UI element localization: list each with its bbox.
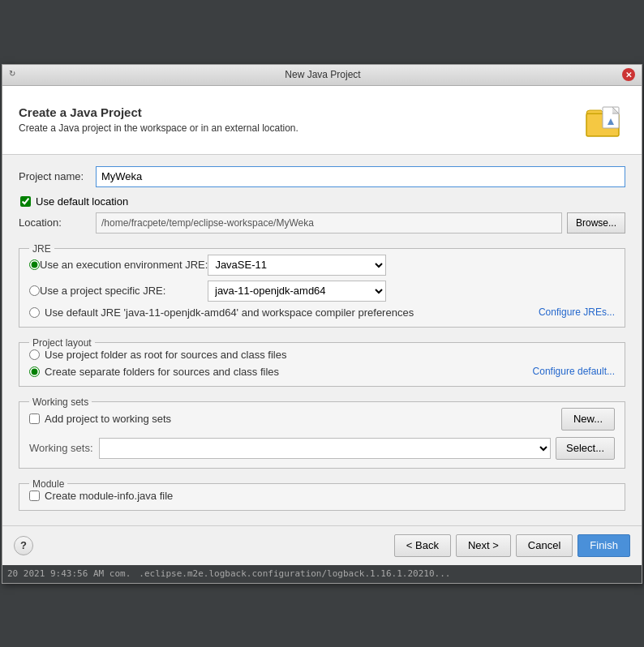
jre-option1-radio[interactable] [29, 259, 40, 270]
next-button[interactable]: Next > [456, 534, 511, 557]
dialog-body: Project name: Use default location Locat… [2, 155, 642, 525]
project-layout-section: Project layout Use project folder as roo… [19, 337, 625, 387]
jre-option1-dropdown[interactable]: JavaSE-11 [208, 255, 386, 276]
title-bar-title: New Java Project [24, 69, 622, 80]
jre-option2-dropdown[interactable]: java-11-openjdk-amd64 [208, 281, 386, 302]
jre-option3-radio[interactable] [29, 307, 40, 318]
working-sets-section: Working sets Add project to working sets… [19, 396, 625, 469]
jre-option1-row: Use an execution environment JRE: JavaSE… [29, 255, 615, 276]
project-layout-legend: Project layout [29, 337, 95, 349]
dialog-footer: ? < Back Next > Cancel Finish [2, 525, 642, 565]
add-to-working-sets-label: Add project to working sets [45, 413, 171, 425]
working-sets-legend: Working sets [29, 396, 92, 408]
status-text: 20 2021 9:43:56 AM com. [7, 568, 131, 579]
module-legend: Module [29, 478, 67, 490]
jre-option3-row: Use default JRE 'java-11-openjdk-amd64' … [29, 306, 615, 319]
jre-option2-radio[interactable] [29, 285, 40, 296]
configure-default-link[interactable]: Configure default... [533, 366, 615, 377]
use-default-location-checkbox[interactable] [20, 196, 31, 207]
location-row: Location: Browse... [19, 212, 625, 234]
working-sets-checkbox-row: Add project to working sets New... [29, 408, 615, 431]
project-name-row: Project name: [19, 166, 625, 187]
jre-section: JRE Use an execution environment JRE: Ja… [19, 243, 625, 328]
help-button[interactable]: ? [14, 536, 33, 555]
use-default-location-label: Use default location [36, 195, 128, 208]
dialog-subtitle: Create a Java project in the workspace o… [19, 122, 298, 134]
back-button[interactable]: < Back [394, 534, 451, 557]
project-icon [583, 99, 625, 141]
dialog-header: Create a Java Project Create a Java proj… [2, 86, 642, 155]
browse-button[interactable]: Browse... [567, 212, 625, 234]
dialog-title: Create a Java Project [19, 105, 298, 119]
svg-rect-1 [603, 107, 619, 128]
jre-option2-label: Use a project specific JRE: [40, 285, 165, 297]
project-name-label: Project name: [19, 170, 96, 182]
working-sets-input-row: Working sets: Select... [29, 437, 615, 460]
jre-option1-label: Use an execution environment JRE: [40, 259, 208, 271]
status-log-text: .eclipse.m2e.logback.configuration/logba… [139, 568, 450, 579]
dialog: ↻ New Java Project ✕ Create a Java Proje… [2, 64, 642, 584]
refresh-icon: ↻ [9, 69, 20, 80]
layout-option2-label: Create separate folders for sources and … [45, 366, 279, 378]
close-button[interactable]: ✕ [622, 68, 635, 81]
layout-option1-label: Use project folder as root for sources a… [45, 349, 286, 361]
add-to-working-sets-checkbox[interactable] [29, 413, 40, 424]
cancel-button[interactable]: Cancel [516, 534, 573, 557]
working-sets-dropdown[interactable] [99, 438, 551, 459]
select-working-set-button[interactable]: Select... [556, 437, 615, 460]
create-module-info-label: Create module-info.java file [45, 490, 173, 502]
layout-option2-radio[interactable] [29, 366, 40, 377]
header-text: Create a Java Project Create a Java proj… [19, 105, 298, 134]
status-bar: 20 2021 9:43:56 AM com. .eclipse.m2e.log… [2, 565, 642, 583]
default-location-row: Use default location [20, 195, 625, 208]
jre-option3-label: Use default JRE 'java-11-openjdk-amd64' … [45, 306, 414, 319]
location-label: Location: [19, 216, 96, 229]
finish-button[interactable]: Finish [577, 534, 630, 557]
layout-option1-row: Use project folder as root for sources a… [29, 349, 615, 361]
layout-option2-row: Create separate folders for sources and … [29, 366, 615, 378]
configure-jres-link[interactable]: Configure JREs... [539, 306, 615, 318]
jre-option2-row: Use a project specific JRE: java-11-open… [29, 281, 615, 302]
jre-legend: JRE [29, 243, 54, 255]
layout-option1-radio[interactable] [29, 349, 40, 360]
footer-buttons: < Back Next > Cancel Finish [394, 534, 630, 557]
module-section: Module Create module-info.java file [19, 478, 625, 511]
working-sets-input-label: Working sets: [29, 442, 94, 454]
new-working-set-button[interactable]: New... [561, 408, 615, 431]
title-bar: ↻ New Java Project ✕ [2, 65, 642, 86]
location-input[interactable] [96, 212, 562, 234]
project-name-input[interactable] [96, 166, 625, 187]
module-checkbox-row: Create module-info.java file [29, 490, 615, 502]
create-module-info-checkbox[interactable] [29, 491, 40, 501]
